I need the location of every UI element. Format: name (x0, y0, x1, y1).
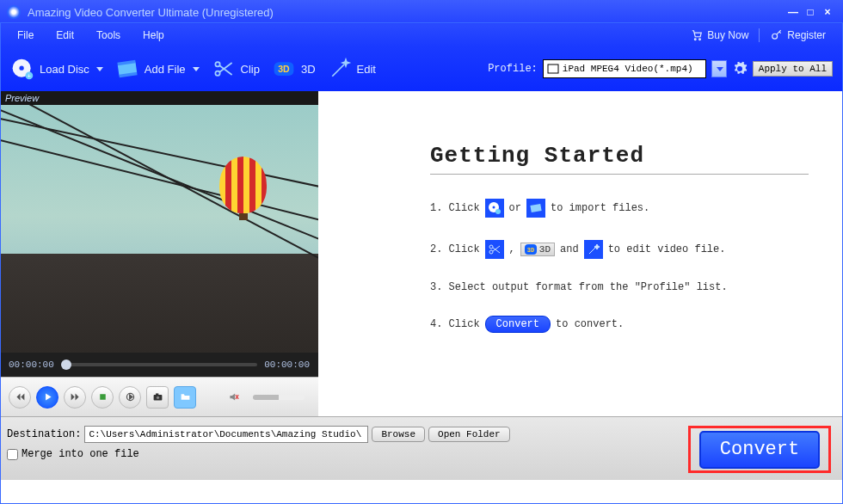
svg-text:+: + (28, 73, 31, 79)
play-button[interactable] (36, 386, 58, 409)
bottom-bar: Destination: Browse Open Folder Merge in… (0, 416, 843, 480)
stop-button[interactable] (91, 386, 114, 409)
profile-combobox[interactable]: iPad MPEG4 Video(*.mp4) (543, 59, 706, 78)
player-controls (0, 377, 318, 416)
app-logo-icon (7, 5, 21, 19)
clip-button[interactable]: Clip (212, 57, 260, 81)
getting-started-heading: Getting Started (430, 143, 809, 175)
menubar-divider (759, 28, 760, 42)
menu-edit[interactable]: Edit (49, 27, 89, 44)
svg-point-2 (772, 34, 778, 39)
mute-button[interactable] (222, 386, 244, 409)
chevron-down-icon (96, 67, 103, 71)
apply-to-all-button[interactable]: Apply to All (753, 61, 833, 77)
toolbar: + Load Disc Add File Clip 3D 3D Edit Pro… (0, 46, 843, 91)
film-icon (115, 57, 139, 81)
destination-input[interactable] (84, 426, 368, 443)
getting-started-panel: Getting Started 1. Click or to import fi… (318, 91, 843, 416)
video-preview (0, 105, 318, 353)
next-button[interactable] (64, 386, 86, 409)
svg-point-0 (695, 39, 697, 40)
step-2: 2. Click , 3D3D and to edit video file. (430, 240, 809, 259)
svg-rect-23 (530, 204, 541, 212)
disc-icon: + (10, 57, 34, 81)
profile-label: Profile: (488, 63, 538, 75)
buy-now-label: Buy Now (707, 29, 748, 41)
prev-button[interactable] (9, 386, 31, 409)
svg-point-21 (492, 206, 495, 209)
preview-pane: Preview 00:00:00 00:00:00 (0, 91, 318, 416)
step-1: 1. Click or to import files. (430, 199, 809, 218)
inline-scissors-icon (485, 240, 504, 259)
inline-3d-button: 3D3D (520, 243, 555, 256)
menu-tools[interactable]: Tools (89, 27, 136, 44)
step1-or: or (509, 202, 521, 214)
maximize-button[interactable]: □ (802, 5, 819, 19)
profile-dropdown-button[interactable] (711, 60, 727, 77)
browse-button[interactable]: Browse (372, 427, 425, 442)
time-total: 00:00:00 (264, 360, 310, 370)
merge-label: Merge into one file (22, 448, 139, 460)
svg-point-22 (495, 209, 501, 214)
svg-point-11 (215, 62, 219, 66)
step1-text-a: 1. Click (430, 202, 480, 214)
step1-text-b: to import files. (551, 202, 649, 214)
chevron-down-icon (717, 67, 723, 71)
step2-comma: , (509, 243, 515, 255)
time-bar: 00:00:00 00:00:00 (0, 353, 318, 377)
merge-checkbox[interactable] (7, 449, 18, 460)
register-button[interactable]: Register (763, 29, 833, 41)
window-title: Amazing Video Converter Ultimate (Unregi… (28, 6, 274, 19)
time-current: 00:00:00 (9, 360, 54, 370)
menu-help[interactable]: Help (136, 27, 180, 44)
step2-text-b: to edit video file. (608, 243, 726, 255)
svg-rect-19 (156, 393, 158, 395)
load-disc-button[interactable]: + Load Disc (10, 57, 103, 81)
convert-highlight: Convert (688, 426, 831, 473)
inline-film-icon (526, 199, 545, 218)
snapshot-button[interactable] (146, 386, 169, 409)
inline-disc-icon (485, 199, 504, 218)
buy-now-button[interactable]: Buy Now (683, 29, 755, 41)
add-file-button[interactable]: Add File (115, 57, 200, 81)
menu-bar: File Edit Tools Help Buy Now Register (0, 24, 843, 46)
key-icon (770, 29, 784, 41)
destination-label: Destination: (7, 428, 81, 440)
menu-file[interactable]: File (10, 27, 49, 44)
convert-button[interactable]: Convert (699, 431, 820, 469)
gear-icon[interactable] (732, 61, 748, 77)
step-button[interactable] (119, 386, 141, 409)
svg-point-1 (699, 39, 701, 40)
svg-rect-14 (548, 65, 558, 73)
edit-button[interactable]: Edit (328, 57, 376, 81)
svg-point-24 (489, 250, 493, 254)
volume-slider[interactable] (253, 395, 305, 400)
edit-label: Edit (357, 63, 376, 76)
step4-text-a: 4. Click (430, 318, 480, 330)
step-4: 4. Click Convert to convert. (430, 316, 809, 333)
add-file-label: Add File (145, 63, 186, 76)
open-folder-button[interactable]: Open Folder (428, 427, 510, 442)
cart-icon (690, 29, 704, 41)
step3-text: 3. Select output format from the "Profil… (430, 281, 728, 293)
preview-label: Preview (0, 91, 318, 105)
seek-slider[interactable] (61, 363, 257, 366)
wand-icon (328, 57, 352, 81)
clip-label: Clip (241, 63, 260, 76)
balloon-image (219, 157, 267, 213)
close-button[interactable]: × (819, 5, 836, 19)
inline-convert-button[interactable]: Convert (485, 316, 551, 333)
step-3: 3. Select output format from the "Profil… (430, 281, 809, 293)
3d-button[interactable]: 3D 3D (272, 57, 316, 81)
svg-point-18 (156, 396, 158, 399)
inline-wand-icon (584, 240, 603, 259)
folder-button[interactable] (174, 386, 196, 409)
profile-value: iPad MPEG4 Video(*.mp4) (563, 64, 693, 74)
3d-icon: 3D (272, 57, 296, 81)
device-icon (547, 64, 559, 74)
chevron-down-icon (193, 67, 200, 71)
minimize-button[interactable]: — (785, 5, 802, 19)
svg-rect-15 (100, 394, 106, 400)
register-label: Register (787, 29, 826, 41)
scissors-icon (212, 57, 236, 81)
